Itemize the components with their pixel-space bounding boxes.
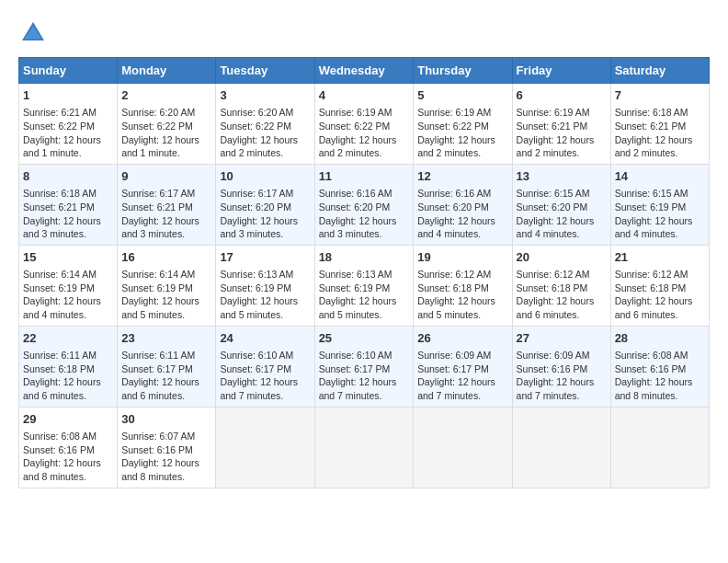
calendar-cell: 4Sunrise: 6:19 AMSunset: 6:22 PMDaylight…	[314, 84, 414, 165]
day-number: 27	[517, 330, 607, 347]
daylight-text: Daylight: 12 hours and 1 minute.	[121, 133, 211, 160]
sunrise-text: Sunrise: 6:16 AM	[319, 187, 410, 201]
calendar-cell	[610, 407, 709, 488]
day-number: 10	[220, 168, 310, 185]
sunset-text: Sunset: 6:19 PM	[23, 282, 113, 295]
sunset-text: Sunset: 6:22 PM	[319, 120, 410, 133]
calendar-cell: 2Sunrise: 6:20 AMSunset: 6:22 PMDaylight…	[118, 84, 216, 165]
day-number: 9	[121, 168, 211, 185]
sunset-text: Sunset: 6:17 PM	[417, 362, 507, 376]
sunrise-text: Sunrise: 6:10 AM	[220, 349, 310, 362]
sunrise-text: Sunrise: 6:12 AM	[417, 268, 507, 282]
sunset-text: Sunset: 6:19 PM	[615, 201, 705, 214]
calendar-cell: 24Sunrise: 6:10 AMSunset: 6:17 PMDayligh…	[216, 326, 314, 407]
sunrise-text: Sunrise: 6:20 AM	[220, 106, 310, 120]
daylight-text: Daylight: 12 hours and 3 minutes.	[121, 214, 211, 241]
calendar-cell: 19Sunrise: 6:12 AMSunset: 6:18 PMDayligh…	[414, 245, 512, 326]
daylight-text: Daylight: 12 hours and 5 minutes.	[220, 294, 310, 321]
day-number: 23	[121, 330, 211, 347]
daylight-text: Daylight: 12 hours and 6 minutes.	[517, 294, 607, 321]
page-header	[18, 18, 710, 48]
calendar-cell: 21Sunrise: 6:12 AMSunset: 6:18 PMDayligh…	[610, 245, 709, 326]
calendar-cell: 26Sunrise: 6:09 AMSunset: 6:17 PMDayligh…	[414, 326, 512, 407]
sunset-text: Sunset: 6:21 PM	[23, 201, 113, 214]
sunset-text: Sunset: 6:18 PM	[23, 362, 113, 376]
day-number: 16	[121, 249, 211, 266]
day-number: 12	[417, 168, 507, 185]
day-number: 29	[23, 411, 113, 428]
sunrise-text: Sunrise: 6:14 AM	[121, 268, 211, 282]
day-number: 14	[615, 168, 705, 185]
logo	[18, 18, 51, 48]
sunrise-text: Sunrise: 6:11 AM	[121, 349, 211, 362]
calendar-cell: 3Sunrise: 6:20 AMSunset: 6:22 PMDaylight…	[216, 84, 314, 165]
daylight-text: Daylight: 12 hours and 7 minutes.	[319, 375, 410, 402]
sunrise-text: Sunrise: 6:14 AM	[23, 268, 113, 282]
sunset-text: Sunset: 6:21 PM	[517, 120, 607, 133]
calendar-cell: 30Sunrise: 6:07 AMSunset: 6:16 PMDayligh…	[118, 407, 216, 488]
daylight-text: Daylight: 12 hours and 8 minutes.	[23, 456, 113, 483]
calendar-cell: 20Sunrise: 6:12 AMSunset: 6:18 PMDayligh…	[512, 245, 610, 326]
calendar-cell: 23Sunrise: 6:11 AMSunset: 6:17 PMDayligh…	[118, 326, 216, 407]
day-number: 20	[517, 249, 607, 266]
daylight-text: Daylight: 12 hours and 1 minute.	[23, 133, 113, 160]
calendar-cell: 28Sunrise: 6:08 AMSunset: 6:16 PMDayligh…	[610, 326, 709, 407]
sunrise-text: Sunrise: 6:18 AM	[23, 187, 113, 201]
daylight-text: Daylight: 12 hours and 5 minutes.	[121, 294, 211, 321]
sunrise-text: Sunrise: 6:12 AM	[517, 268, 607, 282]
sunset-text: Sunset: 6:17 PM	[220, 362, 310, 376]
calendar-cell: 8Sunrise: 6:18 AMSunset: 6:21 PMDaylight…	[19, 164, 118, 245]
logo-icon	[18, 18, 48, 48]
daylight-text: Daylight: 12 hours and 7 minutes.	[417, 375, 507, 402]
calendar-cell: 5Sunrise: 6:19 AMSunset: 6:22 PMDaylight…	[414, 84, 512, 165]
calendar-header-tuesday: Tuesday	[216, 58, 314, 84]
daylight-text: Daylight: 12 hours and 3 minutes.	[220, 214, 310, 241]
sunset-text: Sunset: 6:22 PM	[121, 120, 211, 133]
day-number: 4	[319, 87, 410, 104]
calendar-header-monday: Monday	[118, 58, 216, 84]
day-number: 15	[23, 249, 113, 266]
sunrise-text: Sunrise: 6:07 AM	[121, 430, 211, 443]
day-number: 28	[615, 330, 705, 347]
calendar-week-row: 8Sunrise: 6:18 AMSunset: 6:21 PMDaylight…	[19, 164, 710, 245]
day-number: 17	[220, 249, 310, 266]
daylight-text: Daylight: 12 hours and 3 minutes.	[23, 214, 113, 241]
sunrise-text: Sunrise: 6:21 AM	[23, 106, 113, 120]
day-number: 30	[121, 411, 211, 428]
sunrise-text: Sunrise: 6:13 AM	[220, 268, 310, 282]
calendar-cell: 22Sunrise: 6:11 AMSunset: 6:18 PMDayligh…	[19, 326, 118, 407]
day-number: 6	[517, 87, 607, 104]
sunrise-text: Sunrise: 6:11 AM	[23, 349, 113, 362]
sunrise-text: Sunrise: 6:18 AM	[615, 106, 705, 120]
daylight-text: Daylight: 12 hours and 8 minutes.	[121, 456, 211, 483]
calendar-cell: 9Sunrise: 6:17 AMSunset: 6:21 PMDaylight…	[118, 164, 216, 245]
calendar-cell: 27Sunrise: 6:09 AMSunset: 6:16 PMDayligh…	[512, 326, 610, 407]
sunset-text: Sunset: 6:16 PM	[23, 443, 113, 457]
calendar-cell: 12Sunrise: 6:16 AMSunset: 6:20 PMDayligh…	[414, 164, 512, 245]
calendar-cell: 10Sunrise: 6:17 AMSunset: 6:20 PMDayligh…	[216, 164, 314, 245]
calendar-cell: 29Sunrise: 6:08 AMSunset: 6:16 PMDayligh…	[19, 407, 118, 488]
sunset-text: Sunset: 6:19 PM	[121, 282, 211, 295]
calendar-cell	[216, 407, 314, 488]
calendar-week-row: 1Sunrise: 6:21 AMSunset: 6:22 PMDaylight…	[19, 84, 710, 165]
sunset-text: Sunset: 6:18 PM	[615, 282, 705, 295]
calendar-header-sunday: Sunday	[19, 58, 118, 84]
calendar-week-row: 15Sunrise: 6:14 AMSunset: 6:19 PMDayligh…	[19, 245, 710, 326]
daylight-text: Daylight: 12 hours and 2 minutes.	[615, 133, 705, 160]
sunset-text: Sunset: 6:21 PM	[615, 120, 705, 133]
calendar-cell: 7Sunrise: 6:18 AMSunset: 6:21 PMDaylight…	[610, 84, 709, 165]
sunset-text: Sunset: 6:16 PM	[121, 443, 211, 457]
day-number: 21	[615, 249, 705, 266]
calendar-cell: 14Sunrise: 6:15 AMSunset: 6:19 PMDayligh…	[610, 164, 709, 245]
day-number: 26	[417, 330, 507, 347]
daylight-text: Daylight: 12 hours and 4 minutes.	[23, 294, 113, 321]
day-number: 24	[220, 330, 310, 347]
daylight-text: Daylight: 12 hours and 6 minutes.	[615, 294, 705, 321]
day-number: 5	[417, 87, 507, 104]
calendar-cell: 17Sunrise: 6:13 AMSunset: 6:19 PMDayligh…	[216, 245, 314, 326]
calendar-cell: 18Sunrise: 6:13 AMSunset: 6:19 PMDayligh…	[314, 245, 414, 326]
sunset-text: Sunset: 6:17 PM	[319, 362, 410, 376]
calendar-cell	[414, 407, 512, 488]
daylight-text: Daylight: 12 hours and 2 minutes.	[220, 133, 310, 160]
daylight-text: Daylight: 12 hours and 3 minutes.	[319, 214, 410, 241]
